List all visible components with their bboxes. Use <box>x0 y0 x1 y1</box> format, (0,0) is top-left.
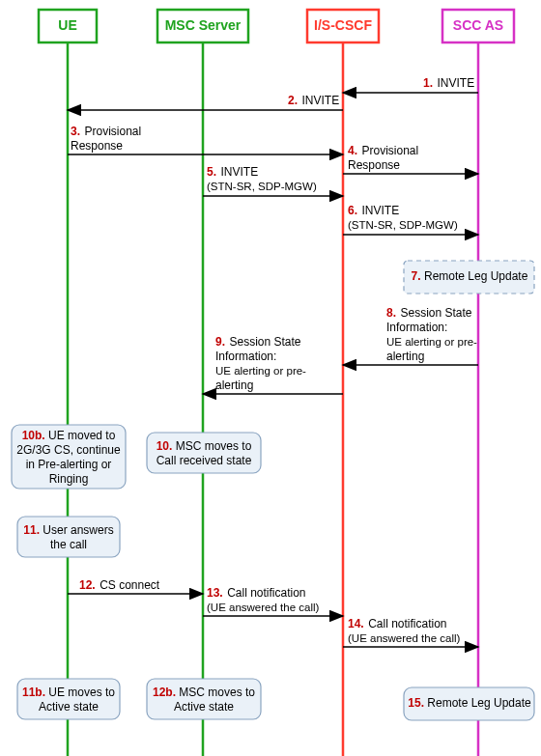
svg-text:15. Remote Leg Update: 15. Remote Leg Update <box>408 696 531 710</box>
svg-text:Information:: Information: <box>386 321 447 334</box>
msg-5: 5. INVITE (STN-SR, SDP-MGW) <box>203 162 343 196</box>
svg-text:Call received state: Call received state <box>157 454 252 467</box>
svg-text:Response: Response <box>71 139 123 153</box>
lane-cscf: I/S-CSCF <box>307 10 379 756</box>
sequence-diagram: UE MSC Server I/S-CSCF SCC AS 1. INVITE … <box>0 0 541 756</box>
svg-text:(STN-SR, SDP-MGW): (STN-SR, SDP-MGW) <box>207 181 317 192</box>
svg-text:12b. MSC moves to: 12b. MSC moves to <box>153 686 255 699</box>
svg-text:Active state: Active state <box>174 700 234 714</box>
svg-text:11. User answers: 11. User answers <box>23 523 113 537</box>
svg-text:3. Provisional: 3. Provisional <box>71 122 141 138</box>
lane-ue: UE <box>39 10 97 756</box>
note-12b: 12b. MSC moves to Active state <box>147 679 261 719</box>
msg-3: 3. Provisional Response <box>68 122 343 154</box>
note-10b: 10b. UE moved to 2G/3G CS, continue in P… <box>12 425 126 489</box>
svg-text:Active state: Active state <box>39 700 99 714</box>
svg-text:14. Call notification: 14. Call notification <box>348 614 447 630</box>
svg-text:Response: Response <box>348 158 400 172</box>
lane-msc-label: MSC Server <box>165 17 242 33</box>
msg-4: 4. Provisional Response <box>343 141 478 174</box>
note-11b: 11b. UE moves to Active state <box>17 679 120 719</box>
svg-text:12. CS connect: 12. CS connect <box>79 575 160 592</box>
lane-cscf-label: I/S-CSCF <box>314 17 372 33</box>
msg-2: 2. INVITE <box>68 91 343 110</box>
svg-text:10b. UE moved to: 10b. UE moved to <box>22 429 116 442</box>
lane-scc-label: SCC AS <box>453 17 503 33</box>
svg-text:the call: the call <box>50 538 87 551</box>
svg-text:6. INVITE: 6. INVITE <box>348 201 399 217</box>
msg-1: 1. INVITE <box>343 73 478 93</box>
note-15: 15. Remote Leg Update <box>404 687 534 720</box>
note-11: 11. User answers the call <box>17 517 120 557</box>
svg-text:(STN-SR, SDP-MGW): (STN-SR, SDP-MGW) <box>348 219 458 231</box>
svg-text:7. Remote Leg Update: 7. Remote Leg Update <box>412 269 528 283</box>
svg-text:in Pre-alerting or: in Pre-alerting or <box>26 458 112 471</box>
msg-8: 8. Session State Information: UE alertin… <box>343 303 478 365</box>
svg-text:1. INVITE: 1. INVITE <box>423 73 474 90</box>
svg-text:2. INVITE: 2. INVITE <box>288 91 339 107</box>
svg-text:alerting: alerting <box>215 378 253 392</box>
note-10: 10. MSC moves to Call received state <box>147 433 261 473</box>
msg-6: 6. INVITE (STN-SR, SDP-MGW) <box>343 201 478 235</box>
msg-13: 13. Call notification (UE answered the c… <box>203 583 343 616</box>
lane-ue-label: UE <box>58 17 76 33</box>
svg-text:5. INVITE: 5. INVITE <box>207 162 258 179</box>
svg-text:Information:: Information: <box>215 350 276 363</box>
svg-text:4. Provisional: 4. Provisional <box>348 141 418 157</box>
svg-text:2G/3G CS, continue: 2G/3G CS, continue <box>16 443 121 457</box>
msg-14: 14. Call notification (UE answered the c… <box>343 614 478 647</box>
svg-text:10. MSC moves to: 10. MSC moves to <box>157 439 252 453</box>
svg-text:8. Session State: 8. Session State <box>386 303 472 320</box>
svg-text:Ringing: Ringing <box>49 472 89 486</box>
svg-text:UE alerting or pre-: UE alerting or pre- <box>215 365 306 377</box>
svg-text:13. Call notification: 13. Call notification <box>207 583 306 600</box>
lane-scc: SCC AS <box>442 10 514 756</box>
svg-text:9. Session State: 9. Session State <box>215 332 301 349</box>
msg-9: 9. Session State Information: UE alertin… <box>203 332 343 394</box>
svg-text:11b. UE moves to: 11b. UE moves to <box>22 686 115 699</box>
svg-text:(UE answered the call): (UE answered the call) <box>207 602 319 613</box>
svg-text:UE alerting or pre-: UE alerting or pre- <box>386 336 477 348</box>
note-7: 7. Remote Leg Update <box>404 261 534 294</box>
msg-12: 12. CS connect <box>68 575 203 594</box>
svg-text:alerting: alerting <box>386 350 424 363</box>
svg-text:(UE answered the call): (UE answered the call) <box>348 632 460 644</box>
